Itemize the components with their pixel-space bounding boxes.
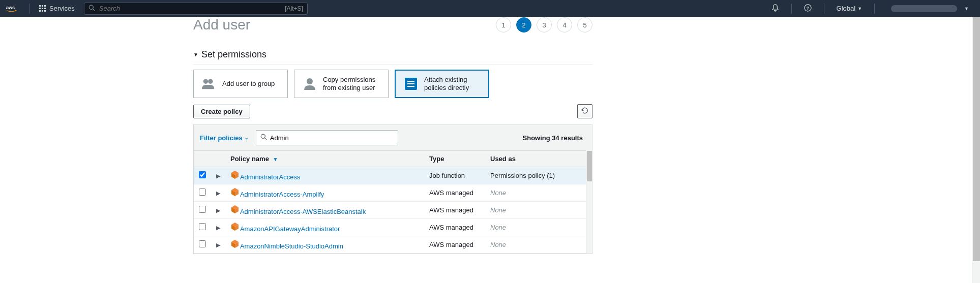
column-policy-name[interactable]: Policy name ▼	[225, 151, 424, 167]
row-checkbox[interactable]	[199, 223, 206, 230]
policy-used-as: Permissions policy (1)	[485, 167, 592, 184]
wizard-step-5[interactable]: 5	[577, 17, 592, 33]
search-icon	[88, 5, 95, 13]
filter-policies-dropdown[interactable]: Filter policies ⌄	[200, 134, 249, 142]
page-scrollbar[interactable]	[972, 17, 980, 254]
wizard-step-4[interactable]: 4	[557, 17, 572, 33]
svg-line-11	[93, 9, 95, 11]
chevron-down-icon: ⌄	[245, 135, 249, 140]
permission-option-1[interactable]: Copy permissions from existing user	[294, 70, 389, 98]
svg-rect-7	[39, 10, 41, 12]
divider	[791, 4, 792, 14]
policy-used-as: None	[485, 202, 592, 219]
expand-row-icon[interactable]: ▶	[216, 242, 220, 248]
policy-filter-panel: Filter policies ⌄ Showing 34 results	[193, 124, 592, 254]
expand-row-icon[interactable]: ▶	[216, 173, 220, 179]
table-row: ▶ AdministratorAccess-AmplifyAWS managed…	[194, 184, 592, 202]
filter-label: Filter policies	[200, 134, 243, 142]
policy-name-link[interactable]: AdministratorAccess-AWSElasticBeanstalk	[240, 208, 366, 215]
policy-search[interactable]	[256, 130, 398, 145]
row-checkbox[interactable]	[199, 171, 206, 178]
svg-rect-5	[42, 8, 43, 9]
account-menu[interactable]: ▼	[882, 2, 974, 15]
section-header-permissions[interactable]: ▼ Set permissions	[193, 45, 592, 65]
policy-box-icon	[230, 239, 239, 247]
refresh-button[interactable]	[577, 104, 592, 118]
notifications-button[interactable]	[766, 1, 784, 16]
table-row: ▶ AdministratorAccessJob functionPermiss…	[194, 167, 592, 184]
global-search-input[interactable]	[99, 5, 252, 12]
policy-table: Policy name ▼ Type Used as ▶ Administrat…	[194, 150, 592, 254]
policy-used-as: None	[485, 236, 592, 254]
global-search[interactable]: [Alt+S]	[84, 3, 308, 15]
wizard-step-1[interactable]: 1	[496, 17, 511, 33]
svg-text:?: ?	[806, 6, 809, 11]
table-scrollbar[interactable]	[586, 150, 592, 254]
expand-row-icon[interactable]: ▶	[216, 207, 220, 213]
policy-name-link[interactable]: AmazonAPIGatewayAdministrator	[240, 225, 340, 233]
svg-rect-3	[44, 5, 46, 7]
table-row: ▶ AmazonAPIGatewayAdministratorAWS manag…	[194, 219, 592, 236]
policy-used-as: None	[485, 184, 592, 202]
chevron-down-icon: ▼	[964, 6, 969, 11]
policy-name-link[interactable]: AmazonNimbleStudio-StudioAdmin	[240, 242, 343, 250]
policy-box-icon	[230, 187, 239, 196]
svg-text:aws: aws	[6, 5, 15, 10]
permission-option-0[interactable]: Add user to group	[193, 70, 288, 98]
svg-point-10	[89, 5, 93, 9]
region-label: Global	[837, 5, 856, 12]
permission-option-label: Attach existing policies directly	[424, 76, 481, 91]
region-selector[interactable]: Global ▼	[831, 3, 868, 14]
account-name-redacted	[891, 5, 957, 12]
help-button[interactable]: ?	[799, 1, 817, 16]
wizard-steps: 12345	[496, 17, 592, 33]
search-icon	[260, 134, 267, 142]
policy-name-link[interactable]: AdministratorAccess	[240, 173, 300, 181]
permission-option-label: Add user to group	[222, 80, 275, 88]
policy-box-icon	[230, 222, 239, 230]
svg-point-21	[261, 134, 265, 138]
chevron-down-icon: ▼	[857, 6, 862, 11]
main-content: Add user 12345 ▼ Set permissions Add use…	[193, 17, 592, 254]
results-count: Showing 34 results	[523, 134, 586, 142]
sort-asc-icon: ▼	[273, 156, 278, 162]
row-checkbox[interactable]	[199, 188, 206, 196]
wizard-step-3[interactable]: 3	[537, 17, 552, 33]
bell-icon	[771, 4, 779, 13]
svg-rect-2	[42, 5, 43, 7]
search-shortcut: [Alt+S]	[285, 5, 303, 12]
permission-option-2[interactable]: Attach existing policies directly	[395, 70, 489, 98]
column-type[interactable]: Type	[424, 151, 485, 167]
services-label: Services	[49, 5, 75, 12]
services-button[interactable]: Services	[35, 3, 79, 14]
svg-rect-8	[42, 10, 43, 12]
page-title: Add user	[193, 17, 250, 33]
policy-name-link[interactable]: AdministratorAccess-Amplify	[240, 191, 324, 198]
grid-icon	[39, 5, 46, 12]
svg-point-14	[203, 79, 208, 84]
refresh-icon	[581, 107, 588, 116]
svg-point-15	[208, 79, 213, 84]
wizard-step-2[interactable]: 2	[516, 17, 531, 33]
expand-row-icon[interactable]: ▶	[216, 190, 220, 196]
top-nav: aws Services [Alt+S] ? Globa	[0, 0, 980, 17]
row-checkbox[interactable]	[199, 240, 206, 247]
column-used-as[interactable]: Used as	[485, 151, 592, 167]
table-row: ▶ AdministratorAccess-AWSElasticBeanstal…	[194, 202, 592, 219]
section-title: Set permissions	[201, 49, 266, 60]
divider	[874, 4, 875, 14]
document-icon	[403, 76, 419, 92]
svg-point-16	[307, 78, 313, 84]
expand-row-icon[interactable]: ▶	[216, 225, 220, 231]
svg-rect-4	[39, 8, 41, 9]
aws-logo[interactable]: aws	[6, 4, 20, 13]
create-policy-button[interactable]: Create policy	[193, 105, 250, 118]
svg-rect-6	[44, 8, 46, 9]
group-icon	[201, 76, 217, 92]
policy-search-input[interactable]	[270, 134, 394, 142]
user-icon	[302, 76, 318, 92]
table-row: ▶ AmazonNimbleStudio-StudioAdminAWS mana…	[194, 236, 592, 254]
divider	[824, 4, 824, 14]
row-checkbox[interactable]	[199, 206, 206, 213]
column-expand	[211, 151, 225, 167]
